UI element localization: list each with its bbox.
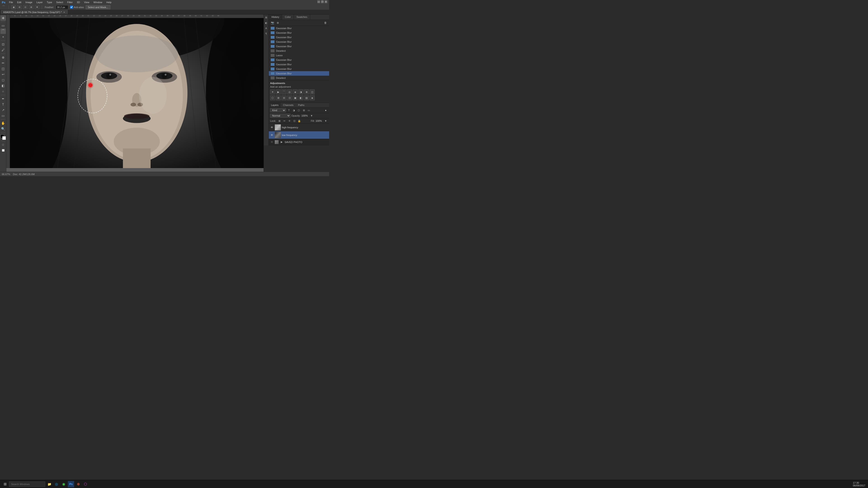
- eyedropper-tool[interactable]: 🖊: [0, 47, 6, 53]
- pen-tool[interactable]: ✒: [0, 96, 6, 101]
- adj-vibrance-icon[interactable]: ◈: [293, 90, 298, 94]
- crop-tool[interactable]: ⊡: [0, 41, 6, 47]
- new-selection-icon[interactable]: ▣: [11, 5, 16, 9]
- menu-window[interactable]: Window: [92, 0, 104, 4]
- layers-tab-paths[interactable]: Paths: [296, 103, 307, 107]
- history-item-0[interactable]: Gaussian Blur: [269, 26, 329, 31]
- panel-icon-para[interactable]: ¶: [264, 32, 268, 36]
- filter-pixel-icon[interactable]: ⊞: [302, 108, 306, 112]
- layer-visibility-low[interactable]: 👁: [270, 133, 274, 137]
- panel-snapshot-icon[interactable]: 📷: [270, 21, 275, 25]
- adj-gradientmap-icon[interactable]: ▤: [304, 95, 309, 100]
- brush-tool[interactable]: ✏: [0, 60, 6, 66]
- tab-history[interactable]: History: [269, 14, 282, 20]
- panel-icon-adjust[interactable]: ◐: [264, 21, 268, 25]
- adj-colorbalance-icon[interactable]: ⊕: [304, 90, 309, 94]
- anti-alias-checkbox[interactable]: Anti-alias: [70, 6, 84, 8]
- lock-artboard-icon[interactable]: ⊡: [292, 119, 296, 123]
- layers-tab-layers[interactable]: Layers: [269, 103, 281, 107]
- color-swatches[interactable]: [0, 134, 6, 140]
- doc-tab-close[interactable]: ✕: [63, 11, 65, 13]
- menu-file[interactable]: File: [7, 0, 15, 4]
- adj-levels-icon[interactable]: ▶: [276, 90, 281, 94]
- gradient-tool[interactable]: ◧: [0, 83, 6, 88]
- layer-visibility-saved[interactable]: 👁: [270, 140, 274, 144]
- menu-edit[interactable]: Edit: [16, 0, 23, 4]
- quick-mask-tool[interactable]: ⬡: [0, 142, 6, 147]
- history-item-11[interactable]: Deselect: [269, 76, 329, 80]
- history-brush-tool[interactable]: ↩: [0, 72, 6, 77]
- feather-input[interactable]: [56, 5, 68, 9]
- tab-swatches[interactable]: Swatches: [294, 14, 310, 20]
- intersect-selection-icon[interactable]: ⊠: [29, 5, 33, 9]
- adj-hsl-icon[interactable]: ◑: [298, 90, 303, 94]
- history-item-2[interactable]: Gaussian Blur: [269, 35, 329, 39]
- adj-threshold-icon[interactable]: ◧: [298, 95, 303, 100]
- marquee-tool[interactable]: ▭: [0, 23, 6, 28]
- close-button[interactable]: ✕: [324, 0, 327, 3]
- kind-select[interactable]: Kind: [270, 108, 286, 112]
- filter-smart-icon[interactable]: ⬡: [297, 108, 301, 112]
- panel-camera-icon[interactable]: ⊕: [276, 21, 280, 25]
- tab-color[interactable]: Color: [282, 14, 293, 20]
- adj-posterize-icon[interactable]: ▣: [293, 95, 298, 100]
- shape-tool[interactable]: ▭: [0, 113, 6, 119]
- lasso-tool[interactable]: ⌒: [0, 29, 6, 34]
- canvas-content[interactable]: [10, 18, 264, 168]
- lock-position-icon[interactable]: ✛: [287, 119, 291, 123]
- menu-image[interactable]: Image: [24, 0, 34, 4]
- adj-channelmix-icon[interactable]: ⊞: [276, 95, 281, 100]
- filter-shape-icon[interactable]: ▭: [307, 108, 311, 112]
- panel-icon-type[interactable]: A: [264, 26, 268, 30]
- menu-filter[interactable]: Filter: [65, 0, 74, 4]
- add-selection-icon[interactable]: ⊞: [18, 5, 22, 9]
- panel-icon-layers[interactable]: ⊞: [264, 15, 268, 20]
- history-item-7[interactable]: Gaussian Blur: [269, 58, 329, 62]
- filter-type-icon[interactable]: T: [287, 108, 291, 112]
- history-item-5[interactable]: Deselect: [269, 48, 329, 53]
- layer-item-high-frequency[interactable]: 👁 high frequency: [269, 124, 329, 131]
- minimize-button[interactable]: —: [317, 0, 320, 3]
- history-item-1[interactable]: Gaussian Blur: [269, 31, 329, 35]
- opacity-dropdown-icon[interactable]: ▼: [309, 113, 313, 118]
- quick-select-tool[interactable]: ⌖: [0, 34, 6, 39]
- select-and-mask-button[interactable]: Select and Mask...: [86, 5, 110, 9]
- menu-view[interactable]: View: [82, 0, 91, 4]
- history-item-10[interactable]: Gaussian Blur: [269, 71, 329, 76]
- dodge-tool[interactable]: ○: [0, 89, 6, 94]
- adj-bw-icon[interactable]: ◫: [310, 90, 315, 94]
- document-tab[interactable]: K8A0079-1.psd @ 66.7% (low frequency, Gr…: [1, 10, 68, 14]
- history-item-9[interactable]: Gaussian Blur: [269, 67, 329, 71]
- layer-group-saved-photo[interactable]: 👁 ▶ SAVED PHOTO: [269, 139, 329, 145]
- menu-select[interactable]: Select: [55, 0, 65, 4]
- menu-help[interactable]: Help: [104, 0, 113, 4]
- options-icon-5[interactable]: ✥: [35, 5, 39, 9]
- adj-colorlookup-icon[interactable]: ⊟: [281, 95, 286, 100]
- path-tool[interactable]: ↗: [0, 107, 6, 113]
- fill-dropdown-icon[interactable]: ▼: [324, 119, 328, 123]
- move-tool[interactable]: ✛: [0, 15, 6, 21]
- zoom-tool[interactable]: 🔍: [0, 126, 6, 131]
- clone-stamp-tool[interactable]: ◫: [0, 66, 6, 71]
- lock-transparent-icon[interactable]: ⊠: [277, 119, 281, 123]
- history-item-4[interactable]: Gaussian Blur: [269, 44, 329, 48]
- eraser-tool[interactable]: ◻: [0, 77, 6, 83]
- adj-brightness-icon[interactable]: ☀: [270, 90, 275, 94]
- type-tool[interactable]: T: [0, 102, 6, 107]
- hand-tool[interactable]: ✋: [0, 121, 6, 126]
- subtract-selection-icon[interactable]: ⊟: [23, 5, 27, 9]
- anti-alias-check[interactable]: [70, 6, 73, 8]
- lock-all-icon[interactable]: 🔒: [297, 119, 301, 123]
- history-item-3[interactable]: Gaussian Blur: [269, 39, 329, 44]
- screen-mode-tool[interactable]: ⬜: [0, 148, 6, 153]
- adj-photofilter-icon[interactable]: ⬡: [270, 95, 275, 100]
- adj-invert-icon[interactable]: ⊡: [287, 95, 292, 100]
- spot-healing-tool[interactable]: ⊕: [0, 55, 6, 60]
- adj-selectivecolor-icon[interactable]: ◈: [310, 95, 315, 100]
- restore-button[interactable]: ❐: [321, 0, 324, 3]
- group-expand-icon[interactable]: ▶: [280, 140, 284, 144]
- background-color[interactable]: [2, 136, 6, 140]
- filter-adj-icon[interactable]: ◑: [292, 108, 296, 112]
- adj-curves-icon[interactable]: ⌒: [281, 90, 286, 94]
- layer-item-low-frequency[interactable]: 👁 low frequency: [269, 131, 329, 139]
